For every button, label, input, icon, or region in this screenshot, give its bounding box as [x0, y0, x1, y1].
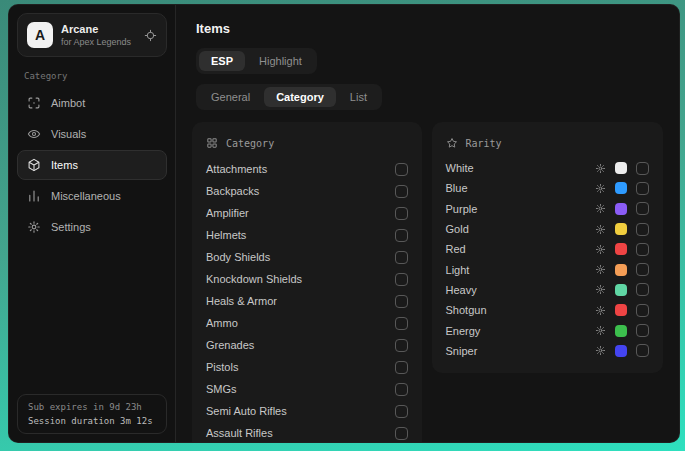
rarity-row: White — [446, 158, 649, 178]
rarity-item-controls — [595, 324, 649, 337]
page-title: Items — [196, 21, 659, 36]
rarity-item-checkbox[interactable] — [636, 324, 649, 337]
sub-expires-text: Sub expires in 9d 23h — [28, 402, 156, 412]
rarity-color-swatch[interactable] — [615, 162, 627, 174]
category-row: Grenades — [206, 334, 408, 356]
rarity-item-checkbox[interactable] — [636, 283, 649, 296]
category-panel-header: Category — [206, 130, 408, 158]
rarity-item-label: Purple — [446, 203, 595, 215]
rarity-item-label: Energy — [446, 325, 595, 337]
category-panel-title: Category — [226, 138, 274, 149]
gear-icon[interactable] — [595, 203, 606, 214]
sidebar-item-label: Miscellaneous — [51, 190, 121, 202]
rarity-item-controls — [595, 202, 649, 215]
rarity-item-checkbox[interactable] — [636, 243, 649, 256]
rarity-color-swatch[interactable] — [615, 345, 627, 357]
category-item-label: SMGs — [206, 383, 237, 395]
gear-icon[interactable] — [595, 345, 606, 356]
category-item-checkbox[interactable] — [395, 427, 408, 440]
rarity-item-controls — [595, 182, 649, 195]
rarity-item-checkbox[interactable] — [636, 182, 649, 195]
bars-icon — [27, 189, 41, 203]
brand-title: Arcane — [61, 23, 136, 35]
sidebar-item-label: Settings — [51, 221, 91, 233]
sidebar-item-visuals[interactable]: Visuals — [17, 119, 167, 149]
category-row: Knockdown Shields — [206, 268, 408, 290]
category-item-checkbox[interactable] — [395, 185, 408, 198]
category-list: Attachments Backpacks Amplifier Helmets … — [206, 158, 408, 442]
rarity-item-controls — [595, 344, 649, 357]
category-row: Semi Auto Rifles — [206, 400, 408, 422]
rarity-item-checkbox[interactable] — [636, 344, 649, 357]
rarity-color-swatch[interactable] — [615, 325, 627, 337]
category-item-checkbox[interactable] — [395, 207, 408, 220]
category-item-label: Knockdown Shields — [206, 273, 302, 285]
rarity-color-swatch[interactable] — [615, 284, 627, 296]
rarity-item-label: Red — [446, 243, 595, 255]
rarity-color-swatch[interactable] — [615, 203, 627, 215]
panels: Category Attachments Backpacks Amplifier… — [192, 122, 663, 442]
category-item-checkbox[interactable] — [395, 383, 408, 396]
mode-toggle-option-esp[interactable]: ESP — [199, 51, 245, 71]
category-row: Assault Rifles — [206, 422, 408, 442]
gear-icon[interactable] — [595, 325, 606, 336]
rarity-color-swatch[interactable] — [615, 304, 627, 316]
gear-icon[interactable] — [595, 183, 606, 194]
rarity-color-swatch[interactable] — [615, 264, 627, 276]
rarity-panel: Rarity White Blue — [432, 122, 663, 373]
category-item-checkbox[interactable] — [395, 295, 408, 308]
scope-icon[interactable] — [144, 29, 157, 42]
rarity-item-checkbox[interactable] — [636, 202, 649, 215]
rarity-item-label: Heavy — [446, 284, 595, 296]
category-item-label: Helmets — [206, 229, 246, 241]
rarity-color-swatch[interactable] — [615, 243, 627, 255]
rarity-row: Sniper — [446, 341, 649, 361]
rarity-panel-title: Rarity — [466, 138, 502, 149]
rarity-item-checkbox[interactable] — [636, 304, 649, 317]
rarity-item-controls — [595, 162, 649, 175]
brand-text: Arcane for Apex Legends — [61, 23, 136, 47]
rarity-row: Shotgun — [446, 300, 649, 320]
category-item-checkbox[interactable] — [395, 361, 408, 374]
view-tabs-option-list[interactable]: List — [338, 87, 379, 107]
mode-toggle-option-highlight[interactable]: Highlight — [247, 51, 314, 71]
sidebar-item-aimbot[interactable]: Aimbot — [17, 88, 167, 118]
rarity-panel-header: Rarity — [446, 130, 649, 158]
gear-icon[interactable] — [595, 244, 606, 255]
rarity-row: Heavy — [446, 280, 649, 300]
rarity-color-swatch[interactable] — [615, 182, 627, 194]
rarity-item-checkbox[interactable] — [636, 162, 649, 175]
category-panel: Category Attachments Backpacks Amplifier… — [192, 122, 422, 442]
category-item-checkbox[interactable] — [395, 405, 408, 418]
rarity-item-checkbox[interactable] — [636, 223, 649, 236]
category-item-checkbox[interactable] — [395, 317, 408, 330]
sidebar-item-miscellaneous[interactable]: Miscellaneous — [17, 181, 167, 211]
category-item-checkbox[interactable] — [395, 273, 408, 286]
rarity-item-controls — [595, 283, 649, 296]
category-item-label: Ammo — [206, 317, 238, 329]
rarity-item-controls — [595, 263, 649, 276]
rarity-item-checkbox[interactable] — [636, 263, 649, 276]
gear-icon[interactable] — [595, 264, 606, 275]
gear-icon[interactable] — [595, 224, 606, 235]
rarity-item-controls — [595, 243, 649, 256]
gear-icon[interactable] — [595, 305, 606, 316]
grid-icon — [206, 137, 218, 149]
gear-icon[interactable] — [595, 163, 606, 174]
category-row: Attachments — [206, 158, 408, 180]
rarity-color-swatch[interactable] — [615, 223, 627, 235]
category-item-checkbox[interactable] — [395, 163, 408, 176]
rarity-row: Purple — [446, 199, 649, 219]
rarity-item-controls — [595, 304, 649, 317]
category-item-checkbox[interactable] — [395, 251, 408, 264]
main-content: Items ESPHighlight GeneralCategoryList C… — [176, 5, 679, 442]
view-tabs: GeneralCategoryList — [196, 84, 382, 110]
view-tabs-option-category[interactable]: Category — [264, 87, 336, 107]
category-item-checkbox[interactable] — [395, 339, 408, 352]
cube-icon — [27, 158, 41, 172]
sidebar-item-settings[interactable]: Settings — [17, 212, 167, 242]
sidebar-item-items[interactable]: Items — [17, 150, 167, 180]
gear-icon[interactable] — [595, 284, 606, 295]
category-item-checkbox[interactable] — [395, 229, 408, 242]
view-tabs-option-general[interactable]: General — [199, 87, 262, 107]
